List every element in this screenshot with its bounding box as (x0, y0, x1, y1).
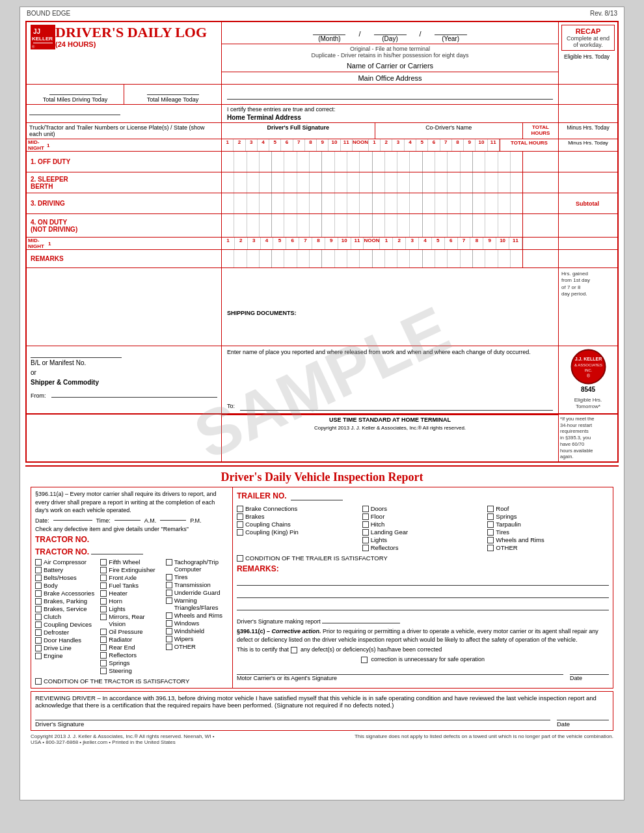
day-field[interactable] (374, 26, 407, 35)
cb-steering[interactable] (100, 668, 107, 674)
driving-total (523, 193, 559, 213)
motor-carrier-sig-field[interactable] (237, 666, 563, 675)
trailer-satisfactory-cb[interactable] (237, 555, 243, 562)
cb-tachograph/trip-computer[interactable] (166, 559, 172, 566)
miles-driving-field[interactable] (49, 86, 101, 95)
reviewing-driver-date-field[interactable] (557, 711, 609, 720)
cb-springs[interactable] (100, 660, 107, 666)
grid-col-8 (322, 250, 334, 267)
insp-pm-field[interactable] (160, 520, 186, 521)
inspection-title: Driver's Daily Vehicle Inspection Report (25, 465, 619, 487)
cb-underride-guard[interactable] (166, 590, 172, 596)
cb-radiator[interactable] (100, 636, 107, 643)
grid-col-13 (385, 250, 397, 267)
cb-windows[interactable] (166, 620, 172, 627)
cb-fifth-wheel[interactable] (100, 559, 107, 566)
cb-battery[interactable] (35, 567, 42, 573)
bl-field[interactable] (31, 349, 122, 358)
mileage-today-field[interactable] (147, 86, 199, 95)
tractor-satisfactory-cb[interactable] (35, 678, 42, 685)
cb-oil-pressure[interactable] (100, 629, 107, 635)
trailer-cb-roof[interactable] (487, 506, 494, 512)
trailer-cb-landing-gear[interactable] (362, 529, 369, 536)
trailer-cb-wheels-and-rims[interactable] (487, 537, 494, 543)
cb-fuel-tanks[interactable] (100, 582, 107, 589)
trailer-cb-hitch[interactable] (362, 521, 369, 528)
cb-horn[interactable] (100, 598, 107, 605)
insp-date-field[interactable] (53, 520, 92, 521)
cb-wheels-and-rims[interactable] (166, 612, 172, 619)
cb-drive-line[interactable] (35, 645, 42, 651)
grid-col-6 (297, 172, 310, 193)
grid-col-6 (297, 250, 310, 267)
trailer-cb-brakes[interactable] (237, 513, 243, 520)
cb-brake-accessories[interactable] (35, 590, 42, 597)
remarks-line2[interactable] (237, 588, 609, 598)
trailer-cb-lights[interactable] (362, 537, 369, 543)
trailer-cb-floor[interactable] (362, 513, 369, 520)
cb-fire-extinguisher[interactable] (100, 567, 107, 573)
cb-windshield[interactable] (166, 628, 172, 635)
hour-label-11: 11 (509, 238, 522, 249)
reviewing-driver-sig-field[interactable] (35, 711, 550, 720)
cb-heater[interactable] (100, 590, 107, 597)
trailer-cb-reflectors[interactable] (362, 545, 369, 551)
insp-date-field2[interactable] (570, 666, 609, 675)
trailer-cb-brake-connections[interactable] (237, 506, 243, 512)
grid-col-22 (498, 152, 511, 172)
cb-front-axle[interactable] (100, 575, 107, 581)
cb-belts/hoses[interactable] (35, 575, 42, 581)
grid-col-13 (385, 193, 397, 213)
sleeper-berth-row: 2. SLEEPER BERTH (27, 172, 617, 193)
cb-door-handles[interactable] (35, 637, 42, 644)
trailer-item-brake-connections: Brake Connections (237, 505, 358, 512)
trailer-cb-other[interactable] (487, 545, 494, 551)
defect-corrected-cb[interactable] (291, 647, 297, 653)
cb-body[interactable] (35, 582, 42, 589)
cb-reflectors[interactable] (100, 652, 107, 659)
year-field[interactable] (435, 26, 467, 35)
cb-clutch[interactable] (35, 614, 42, 620)
grid-col-18 (448, 152, 460, 172)
cb-lights[interactable] (100, 606, 107, 612)
to-field[interactable] (240, 402, 553, 411)
from-field[interactable] (51, 389, 218, 398)
cb-other[interactable] (166, 644, 172, 650)
insp-time-field[interactable] (114, 520, 141, 521)
trailer-item-springs: Springs (487, 513, 609, 520)
trailer-no-field[interactable] (291, 491, 343, 500)
cb-mirrors,-rear-vision[interactable] (100, 614, 107, 620)
cb-wipers[interactable] (166, 636, 172, 642)
driver-sig-field[interactable] (322, 614, 400, 623)
trailer-cb-tires[interactable] (487, 529, 494, 536)
cb-warning-triangles/flares[interactable] (166, 597, 172, 604)
cb-defroster[interactable] (35, 629, 42, 636)
cb-brakes,-service[interactable] (35, 606, 42, 612)
trailer-cb-tarpaulin[interactable] (487, 521, 494, 528)
cb-transmission[interactable] (166, 582, 172, 588)
trailer-cb-doors[interactable] (362, 506, 369, 512)
cb-air-compressor[interactable] (35, 559, 42, 566)
cb-engine[interactable] (35, 653, 42, 659)
hour-label-6: 6 (286, 238, 299, 249)
grid-col-6 (297, 152, 310, 172)
tractor-number-input[interactable] (91, 545, 143, 554)
trailer-cb-coupling-chains[interactable] (237, 521, 243, 528)
main-office-address-field[interactable] (227, 89, 553, 100)
remarks-line1[interactable] (237, 575, 609, 586)
tractor-number-field[interactable] (29, 106, 120, 115)
trailer-cb-coupling-(king)-pin[interactable] (237, 529, 243, 536)
cb-coupling-devices[interactable] (35, 621, 42, 628)
grid-col-16 (423, 193, 435, 213)
month-field[interactable] (313, 26, 345, 35)
remarks-line3[interactable] (237, 600, 609, 610)
grid-col-22 (498, 172, 511, 193)
cb-rear-end[interactable] (100, 644, 107, 651)
correction-unnecessary-cb[interactable] (361, 657, 368, 663)
trailer-cb-springs[interactable] (487, 513, 494, 520)
grid-col-21 (485, 172, 498, 193)
hour-label-4: 4 (419, 238, 432, 249)
cb-brakes,-parking[interactable] (35, 598, 42, 605)
cb-tires[interactable] (166, 574, 172, 580)
grid-col-16 (423, 152, 435, 172)
